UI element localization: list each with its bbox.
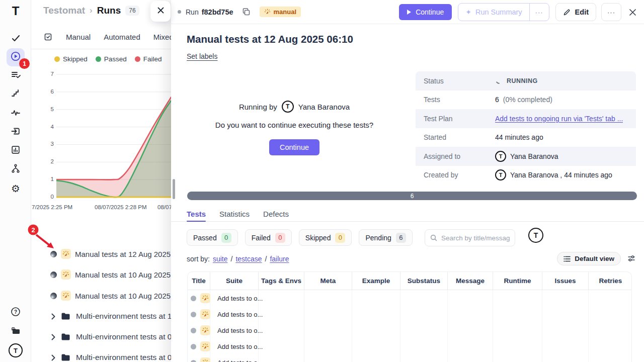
sidebar-item-branches[interactable] [0,162,31,176]
table-cell [542,290,588,306]
test-title[interactable]: Add tests to o... [217,311,263,318]
tests-table-header: Title Suite Tags & Envs Meta Example Sub… [188,272,631,290]
run-summary-label: Run Summary [475,8,522,16]
sort-by-failure-link[interactable]: failure [270,255,289,263]
column-settings-button[interactable] [627,254,635,262]
testomat-logo-icon[interactable]: T [0,4,31,18]
table-cell [493,290,542,306]
run-group-label: Multi-environment tests at 0 [76,353,171,362]
sidebar-item-tests[interactable] [0,32,31,46]
continue-tests-button[interactable]: Continue [269,139,319,155]
table-row[interactable]: Add tests to o... [188,338,631,354]
tab-defects[interactable]: Defects [263,206,289,221]
filter-failed-button[interactable]: Failed 0 [245,229,292,246]
sidebar-item-pulse[interactable] [0,107,31,121]
column-header-message[interactable]: Message [447,272,493,290]
tab-automated[interactable]: Automated [104,33,140,41]
run-list-item[interactable]: Manual tests at 12 Aug 2025 [50,247,171,260]
column-header-meta[interactable]: Meta [304,272,352,290]
run-group-item[interactable]: Multi-environment tests at 0 [51,351,171,362]
filter-pending-button[interactable]: Pending 6 [359,229,412,246]
runs-panel-scrollbar[interactable] [173,179,175,199]
column-header-retries[interactable]: Retries [588,272,632,290]
run-summary-split-button: ✦ Run Summary ··· [458,3,549,21]
popover-close-button[interactable] [150,1,171,22]
column-header-tags[interactable]: Tags & Envs [258,272,304,290]
tab-manual[interactable]: Manual [66,33,91,41]
continue-run-button[interactable]: Continue [399,4,452,20]
filter-skipped-button[interactable]: Skipped 0 [299,229,352,246]
chevron-right-icon[interactable] [51,313,55,320]
search-icon [430,234,437,241]
sort-by-testcase-link[interactable]: testcase [235,255,262,263]
chart-x-axis: 7/2025 2:25 PM 08/07/2025 2:28 PM 08/07 [31,204,171,212]
drawer-actions: Continue ✦ Run Summary ··· Edit ··· [399,0,637,24]
manual-run-icon [200,325,210,335]
column-header-issues[interactable]: Issues [542,272,588,290]
run-id: f82bd75e [202,8,233,16]
column-header-runtime[interactable]: Runtime [493,272,542,290]
sidebar-item-account[interactable]: T [0,343,31,357]
test-title[interactable]: Add tests to o... [217,327,263,334]
table-cell [304,290,352,306]
table-cell [447,338,493,354]
status-filters: Passed 0 Failed 0 Skipped 0 Pending 6 [187,229,413,246]
column-header-substatus[interactable]: Substatus [400,272,447,290]
info-label: Assigned to [416,152,495,160]
sidebar-item-import[interactable] [0,125,31,139]
test-plan-link[interactable]: Add tests to ongoing run via 'Tests' tab… [495,115,623,123]
sidebar-item-reports[interactable] [0,144,31,158]
chevron-right-icon[interactable] [51,334,55,340]
search-input[interactable] [441,234,510,242]
run-list-item[interactable]: Manual tests at 10 Aug 2025 [50,268,171,281]
pending-status-icon [191,296,196,301]
creator-name: Yana Baranova , 44 minutes ago [510,171,612,179]
assignee-filter-avatar[interactable]: T [528,228,543,243]
table-row[interactable]: Add tests to o... [188,306,631,322]
test-title[interactable]: Add tests to o... [217,295,263,302]
select-all-icon[interactable] [43,32,53,42]
sort-by-label: sort by: [187,255,210,263]
more-actions-button[interactable]: ··· [601,3,621,21]
run-group-item[interactable]: Multi-environment tests at 0 [51,330,171,343]
sidebar-item-settings[interactable]: ⚙ [0,182,31,196]
table-cell [352,290,400,306]
table-row[interactable]: Add tests to o... [188,322,631,338]
test-title[interactable]: Add tests to o... [217,359,263,362]
run-label: Run [186,8,199,16]
run-summary-more-button[interactable]: ··· [529,4,549,21]
copy-run-id-button[interactable] [242,8,251,16]
edit-run-button[interactable]: Edit [555,3,596,21]
tab-tests[interactable]: Tests [187,206,206,221]
table-row[interactable]: Add tests to o... [188,354,631,362]
tab-mixed[interactable]: Mixed [153,33,171,41]
table-row[interactable]: Add tests to o... [188,290,631,306]
info-label: Tests [416,96,495,104]
table-cell [588,338,632,354]
tab-statistics[interactable]: Statistics [219,206,250,221]
run-list-item[interactable]: Manual tests at 10 Aug 2025 [50,289,171,302]
sidebar-item-milestones[interactable] [0,87,31,102]
info-row-created: Created by T Yana Baranova , 44 minutes … [416,166,636,185]
column-header-suite[interactable]: Suite [210,272,258,290]
runs-notification-badge: 1 [19,58,30,69]
run-summary-button[interactable]: ✦ Run Summary [458,4,529,21]
detail-tabs: Tests Statistics Defects [171,206,644,222]
sidebar-item-docs[interactable] [0,325,31,339]
filter-passed-button[interactable]: Passed 0 [187,229,238,246]
set-labels-link[interactable]: Set labels [187,52,217,60]
breadcrumb-app[interactable]: Testomat [43,5,85,16]
sidebar-item-help[interactable]: ? [0,306,31,320]
column-header-title[interactable]: Title [188,272,210,290]
sidebar-item-test-plans[interactable] [0,69,31,83]
chevron-right-icon[interactable] [51,354,55,361]
info-row-status: Status RUNNING [416,71,636,90]
app-root: T 1 [0,0,644,362]
table-cell [542,322,588,338]
drawer-close-button[interactable] [628,8,637,17]
test-title[interactable]: Add tests to o... [217,343,263,350]
view-selector-button[interactable]: Default view [557,252,621,265]
column-header-example[interactable]: Example [352,272,400,290]
sort-by-suite-link[interactable]: suite [213,255,228,263]
run-group-item[interactable]: Multi-environment tests at 1 [51,310,171,323]
